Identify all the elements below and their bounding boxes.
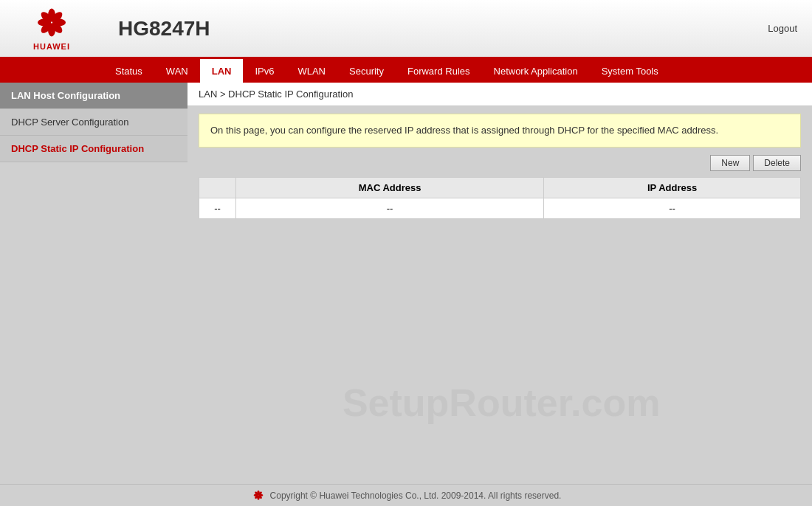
huawei-logo-icon	[30, 6, 74, 42]
header: HUAWEI HG8247H Logout	[0, 0, 812, 59]
nav-item-status[interactable]: Status	[103, 59, 154, 83]
device-name: HG8247H	[118, 17, 768, 41]
footer-logo-icon	[251, 490, 266, 502]
watermark: SetupRouter.com	[343, 381, 661, 425]
footer: Copyright © Huawei Technologies Co., Ltd…	[0, 484, 812, 506]
new-button[interactable]: New	[710, 155, 750, 171]
content-area: LAN > DHCP Static IP Configuration On th…	[187, 83, 812, 484]
info-box: On this page, you can configure the rese…	[199, 114, 801, 148]
breadcrumb: LAN > DHCP Static IP Configuration	[187, 83, 812, 106]
sidebar-item-dhcp-server[interactable]: DHCP Server Configuration	[0, 109, 187, 136]
nav-item-lan[interactable]: LAN	[200, 59, 244, 83]
logout-button[interactable]: Logout	[768, 23, 797, 34]
row-ip-cell: --	[544, 198, 801, 218]
navbar: Status WAN LAN IPv6 WLAN Security Forwar…	[0, 59, 812, 83]
static-ip-table: MAC Address IP Address -- -- --	[199, 177, 801, 219]
logo-area: HUAWEI	[0, 0, 103, 57]
col-mac-header: MAC Address	[236, 177, 544, 198]
row-mac-cell: --	[236, 198, 544, 218]
delete-button[interactable]: Delete	[753, 155, 801, 171]
nav-item-security[interactable]: Security	[337, 59, 396, 83]
nav-item-ipv6[interactable]: IPv6	[243, 59, 286, 83]
table-row: -- -- --	[199, 198, 801, 218]
buttons-row: New Delete	[199, 155, 801, 171]
col-ip-header: IP Address	[544, 177, 801, 198]
col-checkbox-header	[199, 177, 236, 198]
nav-item-wlan[interactable]: WLAN	[286, 59, 337, 83]
nav-item-wan[interactable]: WAN	[154, 59, 200, 83]
row-checkbox-cell: --	[199, 198, 236, 218]
sidebar-item-lan-host[interactable]: LAN Host Configuration	[0, 83, 187, 109]
sidebar: LAN Host Configuration DHCP Server Confi…	[0, 83, 187, 484]
nav-item-forward-rules[interactable]: Forward Rules	[396, 59, 482, 83]
nav-item-system-tools[interactable]: System Tools	[590, 59, 670, 83]
sidebar-item-dhcp-static[interactable]: DHCP Static IP Configuration	[0, 136, 187, 162]
nav-item-network-application[interactable]: Network Application	[482, 59, 590, 83]
huawei-brand-text: HUAWEI	[33, 42, 70, 51]
main-layout: LAN Host Configuration DHCP Server Confi…	[0, 83, 812, 484]
footer-text: Copyright © Huawei Technologies Co., Ltd…	[270, 491, 562, 501]
